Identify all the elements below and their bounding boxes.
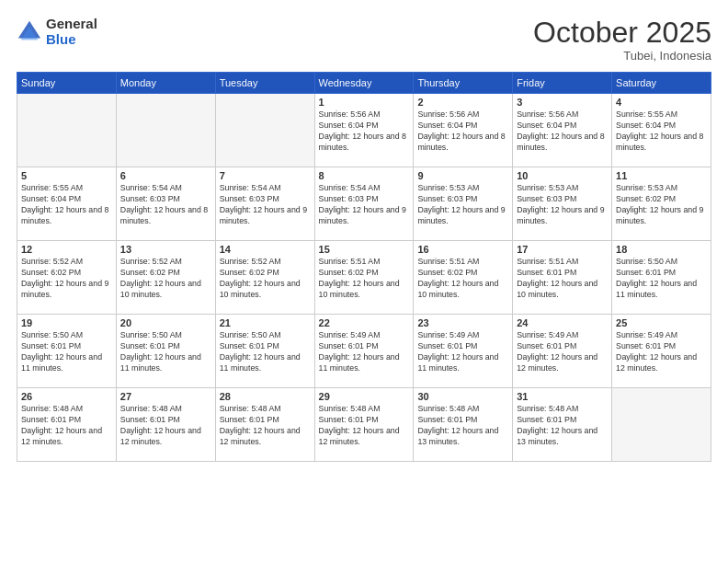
day-info: Sunrise: 5:55 AM Sunset: 6:04 PM Dayligh… xyxy=(616,109,707,154)
day-number: 13 xyxy=(120,244,211,255)
day-info: Sunrise: 5:56 AM Sunset: 6:04 PM Dayligh… xyxy=(517,109,608,154)
calendar-header: Sunday Monday Tuesday Wednesday Thursday… xyxy=(17,73,711,94)
day-number: 17 xyxy=(517,244,608,255)
day-number: 14 xyxy=(220,244,311,255)
location-subtitle: Tubei, Indonesia xyxy=(533,49,711,63)
calendar-cell: 30Sunrise: 5:48 AM Sunset: 6:01 PM Dayli… xyxy=(414,388,513,462)
day-number: 31 xyxy=(517,391,608,402)
day-number: 29 xyxy=(319,391,410,402)
calendar-cell: 18Sunrise: 5:50 AM Sunset: 6:01 PM Dayli… xyxy=(612,241,711,315)
day-info: Sunrise: 5:51 AM Sunset: 6:01 PM Dayligh… xyxy=(517,257,608,301)
calendar-cell: 17Sunrise: 5:51 AM Sunset: 6:01 PM Dayli… xyxy=(513,241,612,315)
day-info: Sunrise: 5:48 AM Sunset: 6:01 PM Dayligh… xyxy=(220,404,311,448)
day-number: 15 xyxy=(319,244,410,255)
day-info: Sunrise: 5:49 AM Sunset: 6:01 PM Dayligh… xyxy=(616,330,707,374)
day-number: 6 xyxy=(120,170,211,181)
day-info: Sunrise: 5:50 AM Sunset: 6:01 PM Dayligh… xyxy=(120,330,211,374)
header: General Blue October 2025 Tubei, Indones… xyxy=(17,17,711,63)
col-saturday: Saturday xyxy=(612,73,711,94)
day-info: Sunrise: 5:49 AM Sunset: 6:01 PM Dayligh… xyxy=(517,330,608,374)
day-info: Sunrise: 5:54 AM Sunset: 6:03 PM Dayligh… xyxy=(220,183,311,227)
logo: General Blue xyxy=(17,17,97,47)
logo-general-label: General xyxy=(46,17,97,32)
day-info: Sunrise: 5:49 AM Sunset: 6:01 PM Dayligh… xyxy=(319,330,410,374)
day-info: Sunrise: 5:50 AM Sunset: 6:01 PM Dayligh… xyxy=(616,257,707,301)
day-info: Sunrise: 5:48 AM Sunset: 6:01 PM Dayligh… xyxy=(120,404,211,448)
calendar-cell xyxy=(612,388,711,462)
day-number: 3 xyxy=(517,97,608,108)
day-number: 21 xyxy=(220,317,311,328)
day-number: 2 xyxy=(417,97,508,108)
logo-blue-label: Blue xyxy=(46,32,97,48)
day-number: 12 xyxy=(21,244,112,255)
day-number: 27 xyxy=(120,391,211,402)
calendar-cell: 6Sunrise: 5:54 AM Sunset: 6:03 PM Daylig… xyxy=(116,167,215,241)
calendar-cell: 7Sunrise: 5:54 AM Sunset: 6:03 PM Daylig… xyxy=(215,167,314,241)
col-friday: Friday xyxy=(513,73,612,94)
day-info: Sunrise: 5:53 AM Sunset: 6:02 PM Dayligh… xyxy=(616,183,707,227)
calendar-cell: 21Sunrise: 5:50 AM Sunset: 6:01 PM Dayli… xyxy=(215,315,314,388)
day-number: 1 xyxy=(319,97,410,108)
calendar-cell: 11Sunrise: 5:53 AM Sunset: 6:02 PM Dayli… xyxy=(612,167,711,241)
day-number: 9 xyxy=(417,170,508,181)
month-title: October 2025 xyxy=(533,17,711,49)
calendar-body: 1Sunrise: 5:56 AM Sunset: 6:04 PM Daylig… xyxy=(17,94,711,462)
day-info: Sunrise: 5:56 AM Sunset: 6:04 PM Dayligh… xyxy=(417,109,508,154)
week-row-5: 26Sunrise: 5:48 AM Sunset: 6:01 PM Dayli… xyxy=(17,388,711,462)
day-number: 19 xyxy=(21,317,112,328)
calendar-cell: 5Sunrise: 5:55 AM Sunset: 6:04 PM Daylig… xyxy=(17,167,117,241)
day-info: Sunrise: 5:56 AM Sunset: 6:04 PM Dayligh… xyxy=(319,109,410,154)
day-info: Sunrise: 5:48 AM Sunset: 6:01 PM Dayligh… xyxy=(21,404,112,448)
day-number: 20 xyxy=(120,317,211,328)
header-row: Sunday Monday Tuesday Wednesday Thursday… xyxy=(17,73,711,94)
day-info: Sunrise: 5:50 AM Sunset: 6:01 PM Dayligh… xyxy=(220,330,311,374)
calendar-cell: 20Sunrise: 5:50 AM Sunset: 6:01 PM Dayli… xyxy=(116,315,215,388)
calendar-cell xyxy=(116,94,215,167)
day-info: Sunrise: 5:49 AM Sunset: 6:01 PM Dayligh… xyxy=(417,330,508,374)
day-info: Sunrise: 5:52 AM Sunset: 6:02 PM Dayligh… xyxy=(220,257,311,301)
day-number: 8 xyxy=(319,170,410,181)
day-info: Sunrise: 5:48 AM Sunset: 6:01 PM Dayligh… xyxy=(517,404,608,448)
col-thursday: Thursday xyxy=(414,73,513,94)
calendar-cell: 10Sunrise: 5:53 AM Sunset: 6:03 PM Dayli… xyxy=(513,167,612,241)
calendar-cell: 16Sunrise: 5:51 AM Sunset: 6:02 PM Dayli… xyxy=(414,241,513,315)
day-info: Sunrise: 5:54 AM Sunset: 6:03 PM Dayligh… xyxy=(120,183,211,227)
calendar-cell: 2Sunrise: 5:56 AM Sunset: 6:04 PM Daylig… xyxy=(414,94,513,167)
day-info: Sunrise: 5:52 AM Sunset: 6:02 PM Dayligh… xyxy=(21,257,112,301)
calendar-cell: 1Sunrise: 5:56 AM Sunset: 6:04 PM Daylig… xyxy=(314,94,414,167)
calendar-cell: 4Sunrise: 5:55 AM Sunset: 6:04 PM Daylig… xyxy=(612,94,711,167)
col-monday: Monday xyxy=(116,73,215,94)
calendar-cell: 22Sunrise: 5:49 AM Sunset: 6:01 PM Dayli… xyxy=(314,315,414,388)
day-info: Sunrise: 5:48 AM Sunset: 6:01 PM Dayligh… xyxy=(417,404,508,448)
day-info: Sunrise: 5:53 AM Sunset: 6:03 PM Dayligh… xyxy=(417,183,508,227)
calendar-cell xyxy=(215,94,314,167)
title-section: October 2025 Tubei, Indonesia xyxy=(533,17,711,63)
calendar-cell: 29Sunrise: 5:48 AM Sunset: 6:01 PM Dayli… xyxy=(314,388,414,462)
day-number: 24 xyxy=(517,317,608,328)
calendar-cell: 23Sunrise: 5:49 AM Sunset: 6:01 PM Dayli… xyxy=(414,315,513,388)
day-info: Sunrise: 5:51 AM Sunset: 6:02 PM Dayligh… xyxy=(319,257,410,301)
calendar-cell: 12Sunrise: 5:52 AM Sunset: 6:02 PM Dayli… xyxy=(17,241,117,315)
calendar-cell xyxy=(17,94,117,167)
day-info: Sunrise: 5:50 AM Sunset: 6:01 PM Dayligh… xyxy=(21,330,112,374)
day-info: Sunrise: 5:53 AM Sunset: 6:03 PM Dayligh… xyxy=(517,183,608,227)
week-row-1: 1Sunrise: 5:56 AM Sunset: 6:04 PM Daylig… xyxy=(17,94,711,167)
logo-text: General Blue xyxy=(46,17,97,47)
calendar-cell: 31Sunrise: 5:48 AM Sunset: 6:01 PM Dayli… xyxy=(513,388,612,462)
day-info: Sunrise: 5:51 AM Sunset: 6:02 PM Dayligh… xyxy=(417,257,508,301)
day-number: 7 xyxy=(220,170,311,181)
calendar-cell: 9Sunrise: 5:53 AM Sunset: 6:03 PM Daylig… xyxy=(414,167,513,241)
calendar-cell: 25Sunrise: 5:49 AM Sunset: 6:01 PM Dayli… xyxy=(612,315,711,388)
logo-icon xyxy=(17,19,42,45)
week-row-4: 19Sunrise: 5:50 AM Sunset: 6:01 PM Dayli… xyxy=(17,315,711,388)
calendar-cell: 13Sunrise: 5:52 AM Sunset: 6:02 PM Dayli… xyxy=(116,241,215,315)
day-number: 5 xyxy=(21,170,112,181)
day-number: 18 xyxy=(616,244,707,255)
calendar-cell: 24Sunrise: 5:49 AM Sunset: 6:01 PM Dayli… xyxy=(513,315,612,388)
day-number: 26 xyxy=(21,391,112,402)
day-info: Sunrise: 5:54 AM Sunset: 6:03 PM Dayligh… xyxy=(319,183,410,227)
calendar-cell: 14Sunrise: 5:52 AM Sunset: 6:02 PM Dayli… xyxy=(215,241,314,315)
day-number: 4 xyxy=(616,97,707,108)
calendar-cell: 3Sunrise: 5:56 AM Sunset: 6:04 PM Daylig… xyxy=(513,94,612,167)
day-number: 25 xyxy=(616,317,707,328)
